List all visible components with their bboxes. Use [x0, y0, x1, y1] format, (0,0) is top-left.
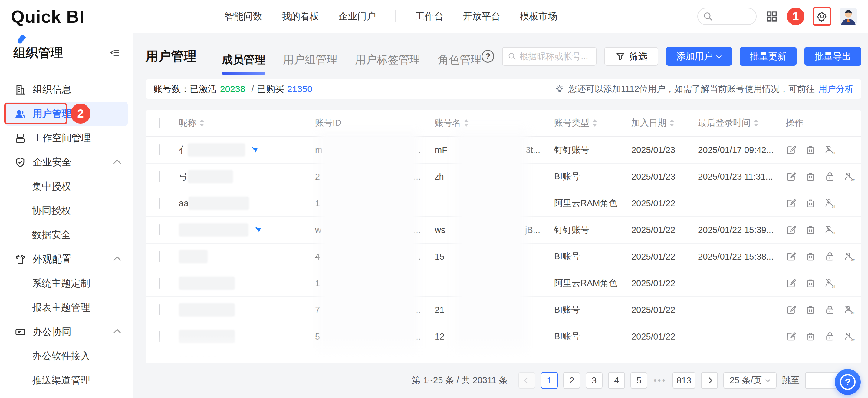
- delete-icon[interactable]: [805, 198, 816, 209]
- floating-help-button[interactable]: ?: [835, 369, 861, 395]
- edit-icon[interactable]: [786, 198, 797, 209]
- sidebar-item-label: 用户管理: [33, 107, 71, 120]
- user-offboard-icon[interactable]: off: [844, 251, 855, 262]
- reset-password-lock-icon[interactable]: [825, 171, 835, 182]
- edit-icon[interactable]: [786, 171, 797, 182]
- edit-icon[interactable]: [786, 278, 797, 289]
- sidebar-item-user-management[interactable]: 用户管理 2: [5, 102, 128, 126]
- user-search-input[interactable]: [519, 52, 591, 61]
- edit-icon[interactable]: [786, 305, 797, 315]
- nav-item-open-platform[interactable]: 开放平台: [463, 10, 500, 23]
- settings-gear-icon[interactable]: [817, 11, 827, 22]
- user-offboard-icon[interactable]: off: [825, 144, 835, 155]
- global-search-input[interactable]: [697, 8, 756, 25]
- pagination-ellipsis[interactable]: •••: [653, 376, 666, 386]
- sidebar-item-pc-portal[interactable]: PC端企业门户定制: [0, 393, 133, 398]
- row-checkbox[interactable]: [159, 278, 160, 289]
- delete-icon[interactable]: [805, 278, 816, 289]
- sort-icon[interactable]: [753, 119, 758, 126]
- next-page-button[interactable]: [701, 372, 718, 389]
- delete-icon[interactable]: [805, 331, 816, 342]
- quickbi-logo[interactable]: Quick BI: [11, 6, 85, 27]
- column-header-account-name[interactable]: 账号名: [435, 117, 554, 129]
- column-header-join-date[interactable]: 加入日期: [631, 117, 698, 129]
- nav-item-workbench[interactable]: 工作台: [415, 10, 443, 23]
- sidebar-item-workspace-management[interactable]: 工作空间管理: [0, 126, 133, 150]
- page-button-last[interactable]: 813: [673, 372, 695, 389]
- column-header-nickname[interactable]: 昵称: [179, 117, 315, 129]
- batch-export-button[interactable]: 批量导出: [804, 47, 861, 66]
- nav-item-my-dashboard[interactable]: 我的看板: [281, 10, 319, 23]
- sidebar-item-office-collaboration[interactable]: 办公协同: [0, 320, 133, 344]
- row-checkbox[interactable]: [159, 305, 160, 315]
- apps-grid-icon[interactable]: [765, 10, 778, 23]
- reset-password-lock-icon[interactable]: [825, 331, 835, 342]
- edit-icon[interactable]: [786, 144, 797, 155]
- sidebar-item-system-theme[interactable]: 系统主题定制: [0, 272, 133, 295]
- user-offboard-icon[interactable]: off: [825, 224, 835, 235]
- sort-icon[interactable]: [199, 119, 204, 126]
- user-avatar[interactable]: [840, 7, 857, 25]
- sidebar-item-central-authorization[interactable]: 集中授权: [0, 174, 133, 199]
- user-offboard-icon[interactable]: off: [825, 278, 835, 289]
- nav-item-enterprise-portal[interactable]: 企业门户: [338, 10, 376, 23]
- delete-icon[interactable]: [805, 358, 816, 364]
- column-header-account-type[interactable]: 账号类型: [554, 117, 631, 129]
- edit-icon[interactable]: [786, 224, 797, 235]
- user-analysis-link[interactable]: 用户分析: [818, 83, 854, 95]
- sidebar-item-appearance-config[interactable]: 外观配置: [0, 247, 133, 272]
- reset-password-lock-icon[interactable]: [825, 305, 835, 315]
- row-checkbox[interactable]: [159, 251, 160, 262]
- delete-icon[interactable]: [805, 224, 816, 235]
- filter-button[interactable]: 筛选: [604, 47, 658, 66]
- row-checkbox[interactable]: [159, 331, 160, 342]
- user-offboard-icon[interactable]: off: [825, 198, 835, 209]
- sidebar-item-enterprise-security[interactable]: 企业安全: [0, 150, 133, 174]
- prev-page-button[interactable]: [519, 372, 535, 389]
- sidebar-item-office-software[interactable]: 办公软件接入: [0, 344, 133, 368]
- nav-item-template-market[interactable]: 模板市场: [520, 10, 557, 23]
- page-button-1[interactable]: 1: [541, 372, 558, 389]
- tab-role-management[interactable]: 角色管理: [438, 37, 482, 79]
- user-offboard-icon[interactable]: off: [844, 171, 855, 182]
- row-checkbox[interactable]: [159, 171, 160, 182]
- sidebar-item-data-security[interactable]: 数据安全: [0, 223, 133, 247]
- tab-member-management[interactable]: 成员管理: [222, 37, 266, 79]
- row-checkbox[interactable]: [159, 358, 160, 364]
- user-offboard-icon[interactable]: off: [844, 305, 855, 315]
- add-user-button[interactable]: 添加用户: [666, 47, 732, 66]
- sort-icon[interactable]: [464, 119, 469, 126]
- sidebar-item-collab-authorization[interactable]: 协同授权: [0, 199, 133, 223]
- page-button-3[interactable]: 3: [586, 372, 602, 389]
- edit-icon[interactable]: [786, 358, 797, 364]
- delete-icon[interactable]: [805, 251, 816, 262]
- help-icon[interactable]: ?: [482, 50, 494, 63]
- sidebar-item-org-info[interactable]: 组织信息: [0, 78, 133, 102]
- reset-password-lock-icon[interactable]: [825, 358, 835, 364]
- sort-icon[interactable]: [670, 119, 674, 126]
- tab-user-group-management[interactable]: 用户组管理: [283, 37, 337, 79]
- page-size-select[interactable]: 25 条/页: [723, 372, 777, 389]
- sidebar-item-report-theme[interactable]: 报表主题管理: [0, 295, 133, 320]
- page-button-4[interactable]: 4: [608, 372, 625, 389]
- nav-item-ai-ask[interactable]: 智能问数: [224, 10, 262, 23]
- select-all-checkbox[interactable]: [159, 117, 160, 129]
- row-checkbox[interactable]: [159, 224, 160, 235]
- edit-icon[interactable]: [786, 251, 797, 262]
- batch-update-button[interactable]: 批量更新: [740, 47, 797, 66]
- column-header-last-login[interactable]: 最后登录时间: [698, 117, 786, 129]
- delete-icon[interactable]: [805, 144, 816, 155]
- page-button-2[interactable]: 2: [563, 372, 580, 389]
- row-checkbox[interactable]: [159, 198, 160, 209]
- sort-icon[interactable]: [592, 119, 597, 126]
- collapse-sidebar-icon[interactable]: [110, 48, 120, 58]
- delete-icon[interactable]: [805, 171, 816, 182]
- page-button-5[interactable]: 5: [630, 372, 647, 389]
- row-checkbox[interactable]: [159, 144, 160, 155]
- sidebar-item-push-channel[interactable]: 推送渠道管理: [0, 368, 133, 393]
- user-offboard-icon[interactable]: off: [844, 331, 855, 342]
- tab-user-tag-management[interactable]: 用户标签管理: [355, 37, 421, 79]
- delete-icon[interactable]: [805, 305, 816, 315]
- edit-icon[interactable]: [786, 331, 797, 342]
- reset-password-lock-icon[interactable]: [825, 251, 835, 262]
